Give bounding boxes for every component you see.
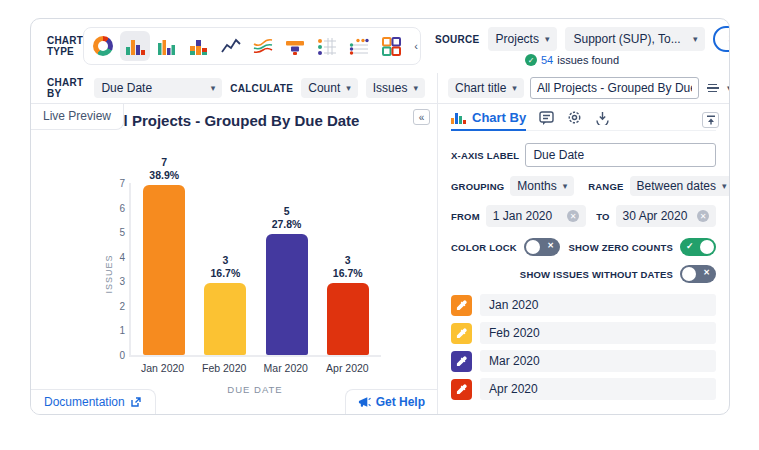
chart-builder-card: CHARTTYPE	[30, 18, 730, 415]
bar-value-label: 527.8%	[272, 205, 302, 231]
y-tick: 5	[119, 227, 125, 238]
y-tick: 4	[119, 251, 125, 262]
chart-title-input[interactable]	[530, 77, 699, 99]
chevron-down-icon: ▾	[693, 34, 698, 44]
external-link-icon	[130, 396, 142, 408]
category-label[interactable]: Jan 2020	[480, 294, 716, 316]
clear-date-icon[interactable]: ✕	[697, 210, 709, 222]
bar-column: 316.7%	[197, 143, 253, 355]
chart-type-multi-line-button[interactable]	[248, 31, 278, 61]
chart-type-stacked-bar-button[interactable]	[184, 31, 214, 61]
color-swatch-eyedropper-button[interactable]	[451, 379, 472, 400]
chart-type-strip: ‹	[83, 27, 421, 65]
issues-found-text: issues found	[557, 54, 619, 66]
stacked-bar-chart-icon	[189, 37, 209, 55]
y-tick: 6	[119, 202, 125, 213]
color-swatch-eyedropper-button[interactable]	[451, 323, 472, 344]
bar-column: 738.9%	[136, 143, 192, 355]
chart-type-bar-button[interactable]	[120, 31, 150, 61]
grouping-label: GROUPING	[451, 181, 504, 192]
show-issues-without-dates-label: SHOW ISSUES WITHOUT DATES	[520, 269, 673, 280]
source-section: SOURCE Projects▾ Support (SUP), To...▾ S…	[435, 26, 730, 66]
category-item: Feb 2020	[451, 322, 716, 344]
calculate-dropdown[interactable]: Count▾	[301, 78, 358, 98]
download-icon[interactable]	[595, 111, 610, 125]
grouping-dropdown[interactable]: Months▾	[510, 176, 574, 196]
source-projects-dropdown[interactable]: Support (SUP), To...▾	[565, 27, 705, 51]
chevron-down-icon: ▾	[545, 34, 550, 44]
range-label: RANGE	[588, 181, 623, 192]
tile-chart-icon	[382, 37, 401, 56]
x-tick-label: Jan 2020	[135, 362, 191, 374]
category-label[interactable]: Feb 2020	[480, 322, 716, 344]
bar-jan-2020[interactable]	[143, 185, 185, 355]
chart-by-dropdown[interactable]: Due Date▾	[94, 78, 222, 98]
show-zero-counts-toggle[interactable]: ✓	[680, 238, 716, 256]
y-tick: 7	[119, 178, 125, 189]
text-align-center-icon[interactable]	[705, 84, 721, 93]
color-swatch-eyedropper-button[interactable]	[451, 295, 472, 316]
y-tick: 3	[119, 276, 125, 287]
settings-gear-icon[interactable]	[567, 110, 582, 125]
chevron-down-icon: ▾	[413, 83, 418, 93]
calculate-unit-dropdown[interactable]: Issues▾	[366, 78, 425, 98]
chart-type-grouped-bar-button[interactable]	[152, 31, 182, 61]
tab-chart-by[interactable]: Chart By	[451, 110, 526, 131]
chart-type-line-button[interactable]	[216, 31, 246, 61]
to-date-field[interactable]: 30 Apr 2020 ✕	[616, 205, 716, 227]
bar-value-label: 738.9%	[149, 156, 179, 182]
color-lock-toggle[interactable]: ✕	[524, 238, 560, 256]
line-chart-icon	[221, 38, 241, 54]
color-lock-label: COLOR LOCK	[451, 242, 517, 253]
chart-title-dropdown[interactable]: Chart title▾	[448, 78, 524, 98]
y-tick: 0	[119, 350, 125, 361]
live-preview-tab: Live Preview	[31, 104, 124, 130]
search-button[interactable]: Search	[713, 26, 730, 52]
table-chart-icon	[317, 38, 337, 55]
x-axis-labels: Jan 2020Feb 2020Mar 2020Apr 2020	[129, 362, 381, 374]
chart-type-table-button[interactable]	[312, 31, 342, 61]
category-item: Apr 2020	[451, 378, 716, 400]
category-label[interactable]: Mar 2020	[480, 350, 716, 372]
y-axis-ticks: 01234567	[111, 183, 129, 355]
get-help-link[interactable]: Get Help	[345, 389, 437, 414]
chart-type-dot-matrix-button[interactable]	[344, 31, 374, 61]
collapse-preview-button[interactable]: «	[413, 109, 430, 125]
chart-by-panel: Chart By	[438, 104, 729, 414]
collapse-panel-button[interactable]	[702, 112, 719, 128]
x-axis-label-label: X-AXIS LABEL	[451, 150, 519, 161]
labels-icon[interactable]	[539, 111, 554, 125]
bar-chart: ISSUES 01234567 738.9%316.7%527.8%316.7%…	[97, 143, 437, 395]
x-axis-line	[129, 355, 381, 357]
title-options-chevron[interactable]: ▾	[727, 83, 730, 93]
x-axis-label-input[interactable]	[525, 143, 716, 167]
panel-tabs: Chart By	[451, 110, 716, 131]
x-tick-label: Apr 2020	[319, 362, 375, 374]
clear-date-icon[interactable]: ✕	[567, 210, 579, 222]
chart-type-scroll-left-button[interactable]: ‹	[414, 40, 418, 52]
source-type-dropdown[interactable]: Projects▾	[488, 27, 558, 51]
success-check-icon: ✓	[525, 54, 537, 66]
from-date-field[interactable]: 1 Jan 2020 ✕	[486, 205, 586, 227]
issues-found-status: ✓ 54 issues found	[525, 54, 730, 66]
bar-value-label: 316.7%	[333, 254, 363, 280]
range-dropdown[interactable]: Between dates▾	[630, 176, 729, 196]
chevron-down-icon: ▾	[722, 181, 727, 191]
chart-by-label: CHART BY	[47, 77, 86, 99]
funnel-chart-icon	[285, 38, 305, 55]
source-label: SOURCE	[435, 34, 480, 45]
chart-type-donut-button[interactable]	[88, 31, 118, 61]
bar-chart-icon	[451, 111, 466, 124]
chart-type-tiles-button[interactable]	[376, 31, 406, 61]
chart-type-funnel-button[interactable]	[280, 31, 310, 61]
bar-mar-2020[interactable]	[266, 234, 308, 355]
category-label[interactable]: Apr 2020	[480, 378, 716, 400]
category-item: Jan 2020	[451, 294, 716, 316]
documentation-link[interactable]: Documentation	[31, 389, 156, 414]
show-issues-without-dates-toggle[interactable]: ✕	[680, 265, 716, 283]
megaphone-icon	[358, 396, 371, 408]
x-tick-label: Mar 2020	[258, 362, 314, 374]
bar-feb-2020[interactable]	[204, 283, 246, 355]
color-swatch-eyedropper-button[interactable]	[451, 351, 472, 372]
bar-apr-2020[interactable]	[327, 283, 369, 355]
